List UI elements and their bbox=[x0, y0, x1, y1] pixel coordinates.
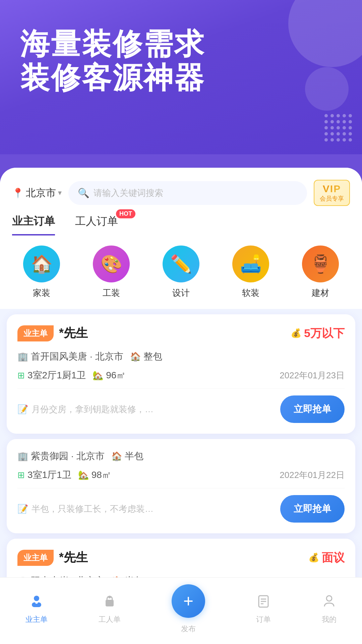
order-layout-2: 3室1厅1卫 bbox=[27, 469, 71, 481]
categories: 🏠 家装 🎨 工装 ✏️ 设计 🛋️ 软装 🏺 建材 bbox=[0, 235, 362, 309]
order-detail-area-2: ⊞ 3室1厅1卫 🏡 98㎡ 2022年01月22日 bbox=[17, 469, 345, 481]
order-price-value-1: 5万以下 bbox=[304, 326, 345, 341]
layout-icon: ⊞ bbox=[17, 370, 25, 381]
project-name-2: 紫贵御园 bbox=[31, 450, 68, 463]
nav-publish-btn[interactable]: + bbox=[172, 584, 205, 618]
nav-mine[interactable]: 我的 bbox=[322, 594, 337, 625]
category-gongzhuang[interactable]: 🎨 工装 bbox=[93, 246, 130, 299]
tab-owner-orders[interactable]: 业主订单 bbox=[12, 214, 55, 235]
area-icon-2: 🏡 bbox=[78, 470, 89, 480]
area-icon: 🏡 bbox=[93, 370, 103, 381]
hero-dots-right bbox=[324, 114, 352, 142]
category-jiancai[interactable]: 🏺 建材 bbox=[302, 246, 339, 299]
area-item-1: 🏡 96㎡ bbox=[93, 369, 126, 382]
order-desc-text-1: 月份交房，拿到钥匙就装修，… bbox=[32, 404, 154, 415]
order-style-2: 半包 bbox=[125, 450, 143, 463]
nav-worker-label: 工人单 bbox=[99, 614, 121, 625]
nav-publish-label: 发布 bbox=[181, 624, 196, 634]
tab-worker-label: 工人订单 bbox=[75, 215, 118, 227]
search-icon: 🔍 bbox=[78, 187, 89, 199]
jiazhuang-label: 家装 bbox=[33, 287, 50, 299]
plus-icon: + bbox=[183, 592, 193, 610]
order-layout-1: 3室2厅1厨1卫 bbox=[27, 369, 86, 382]
search-placeholder: 请输入关键词搜索 bbox=[94, 187, 163, 199]
order-style-1: 整包 bbox=[143, 350, 162, 363]
sheji-icon: ✏️ bbox=[163, 246, 199, 282]
nav-publish[interactable]: + 发布 bbox=[172, 584, 205, 634]
nav-orders[interactable]: 订单 bbox=[256, 594, 271, 625]
tabs-row: 业主订单 工人订单 HOT bbox=[0, 206, 362, 235]
order-detail-project-2: 🏢 紫贵御园 · 北京市 🏠 半包 bbox=[17, 450, 345, 463]
svg-point-0 bbox=[34, 596, 39, 601]
nav-mine-icon bbox=[322, 594, 337, 612]
layout-icon-2: ⊞ bbox=[17, 470, 25, 480]
style-icon: 🏠 bbox=[130, 352, 141, 362]
hero-section: 海量装修需求 装修客源神器 bbox=[0, 0, 362, 154]
project-name-1: 首开国风美唐 bbox=[31, 350, 87, 363]
tab-worker-orders[interactable]: 工人订单 HOT bbox=[75, 214, 118, 235]
style-item-1: 🏠 整包 bbox=[130, 350, 162, 363]
nav-orders-label: 订单 bbox=[256, 614, 271, 625]
layout-item-1: ⊞ 3室2厅1厨1卫 bbox=[17, 369, 86, 382]
sheji-label: 设计 bbox=[172, 287, 190, 299]
gongzhuang-label: 工装 bbox=[103, 287, 120, 299]
nav-orders-icon bbox=[256, 594, 271, 612]
order-price-value-3: 面议 bbox=[322, 550, 345, 566]
vip-badge[interactable]: VIP 会员专享 bbox=[314, 180, 350, 206]
vip-sub: 会员专享 bbox=[320, 195, 344, 203]
location-icon: 📍 bbox=[12, 187, 24, 199]
category-ruanzhuang[interactable]: 🛋️ 软装 bbox=[232, 246, 269, 299]
grab-button-1[interactable]: 立即抢单 bbox=[280, 395, 345, 423]
order-price-1: 💰 5万以下 bbox=[291, 326, 345, 341]
svg-point-2 bbox=[35, 601, 38, 604]
style-item-2: 🏠 半包 bbox=[111, 450, 143, 463]
order-date-1: 2022年01月23日 bbox=[280, 370, 345, 381]
order-header-1: 业主单 *先生 💰 5万以下 bbox=[17, 325, 345, 341]
project-city-2: 北京市 bbox=[76, 450, 105, 463]
nav-owner-orders[interactable]: 业主单 bbox=[25, 594, 48, 625]
jiazhuang-icon: 🏠 bbox=[23, 246, 60, 282]
style-icon-2: 🏠 bbox=[111, 451, 122, 462]
svg-point-4 bbox=[108, 596, 111, 598]
search-row: 📍 北京市 ▾ 🔍 请输入关键词搜索 VIP 会员专享 bbox=[0, 168, 362, 206]
category-sheji[interactable]: ✏️ 设计 bbox=[163, 246, 199, 299]
grab-button-2[interactable]: 立即抢单 bbox=[280, 495, 345, 523]
building-icon-2: 🏢 bbox=[17, 451, 28, 462]
order-detail-area-1: ⊞ 3室2厅1厨1卫 🏡 96㎡ 2022年01月23日 bbox=[17, 369, 345, 382]
order-owner-name-3: *先生 bbox=[59, 549, 88, 566]
hot-badge: HOT bbox=[116, 209, 135, 218]
order-header-3: 业主单 *先生 💰 面议 bbox=[17, 549, 345, 566]
search-input-box[interactable]: 🔍 请输入关键词搜索 bbox=[68, 181, 307, 205]
location-text: 北京市 bbox=[26, 186, 56, 200]
edit-icon: 📝 bbox=[17, 404, 28, 415]
price-icon-3: 💰 bbox=[308, 552, 319, 563]
location-button[interactable]: 📍 北京市 ▾ bbox=[12, 186, 62, 200]
nav-worker-orders[interactable]: 工人单 bbox=[99, 594, 121, 625]
order-footer-2: 📝 半包，只装修工长，不考虑装… 立即抢单 bbox=[17, 488, 345, 523]
nav-owner-icon bbox=[29, 594, 44, 612]
chevron-down-icon: ▾ bbox=[58, 189, 62, 197]
order-card-1: 业主单 *先生 💰 5万以下 🏢 首开国风美唐 · 北京市 🏠 整包 bbox=[7, 314, 355, 434]
hero-title-line1: 海量装修需求 bbox=[20, 27, 205, 60]
ruanzhuang-icon: 🛋️ bbox=[232, 246, 269, 282]
category-jiazhuang[interactable]: 🏠 家装 bbox=[23, 246, 60, 299]
ruanzhuang-label: 软装 bbox=[242, 287, 259, 299]
order-date-2: 2022年01月22日 bbox=[280, 469, 345, 481]
order-card-2: 🏢 紫贵御园 · 北京市 🏠 半包 ⊞ 3室1厅1卫 🏡 98㎡ bbox=[7, 439, 355, 533]
svg-point-9 bbox=[326, 596, 332, 601]
order-desc-2: 📝 半包，只装修工长，不考虑装… bbox=[17, 503, 280, 515]
order-owner-name-1: *先生 bbox=[59, 325, 88, 341]
vip-text: VIP bbox=[323, 183, 341, 195]
svg-rect-3 bbox=[106, 600, 114, 606]
tab-owner-label: 业主订单 bbox=[12, 215, 55, 227]
project-item-1: 🏢 首开国风美唐 · 北京市 bbox=[17, 350, 123, 363]
nav-owner-label: 业主单 bbox=[25, 614, 48, 625]
main-card: 📍 北京市 ▾ 🔍 请输入关键词搜索 VIP 会员专享 业主订单 工人订单 HO… bbox=[0, 168, 362, 644]
order-desc-text-2: 半包，只装修工长，不考虑装… bbox=[32, 503, 154, 515]
hero-title: 海量装修需求 装修客源神器 bbox=[20, 27, 342, 95]
project-item-2: 🏢 紫贵御园 · 北京市 bbox=[17, 450, 105, 463]
nav-mine-label: 我的 bbox=[322, 614, 337, 625]
order-detail-project-1: 🏢 首开国风美唐 · 北京市 🏠 整包 bbox=[17, 350, 345, 363]
nav-worker-icon bbox=[102, 594, 117, 612]
jiancai-label: 建材 bbox=[312, 287, 329, 299]
